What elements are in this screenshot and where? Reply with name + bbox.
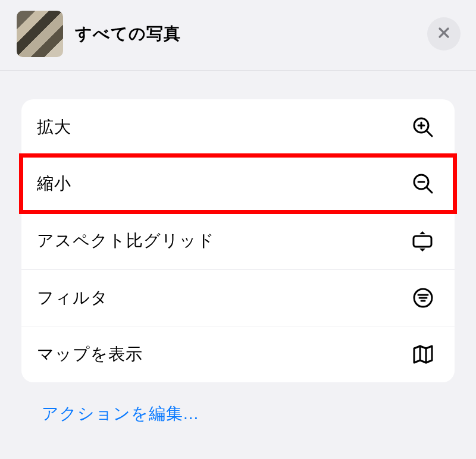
zoom-in-icon	[412, 116, 434, 139]
svg-marker-10	[419, 231, 425, 234]
menu-item-show-map[interactable]: マップを表示	[21, 326, 455, 382]
svg-line-7	[427, 187, 432, 193]
menu-item-label: アスペクト比グリッド	[37, 230, 411, 252]
menu-item-label: 拡大	[37, 116, 412, 139]
close-icon	[437, 26, 451, 42]
edit-actions-link[interactable]: アクションを編集...	[42, 403, 476, 425]
close-button[interactable]	[427, 17, 461, 51]
svg-rect-9	[414, 236, 431, 247]
page-title: すべての写真	[75, 23, 181, 45]
actions-panel: 拡大 縮小 アスペクト比グリッド	[21, 99, 455, 382]
aspect-ratio-icon	[411, 229, 434, 253]
menu-item-filter[interactable]: フィルタ	[21, 270, 455, 326]
header: すべての写真	[0, 0, 476, 71]
menu-item-label: マップを表示	[37, 343, 412, 366]
menu-item-zoom-in[interactable]: 拡大	[21, 99, 455, 156]
svg-marker-11	[419, 249, 425, 251]
map-icon	[412, 343, 434, 366]
album-thumbnail[interactable]	[17, 11, 63, 57]
menu-item-aspect-grid[interactable]: アスペクト比グリッド	[21, 212, 455, 270]
zoom-out-icon	[412, 172, 434, 195]
menu-item-label: 縮小	[37, 172, 412, 195]
svg-line-3	[427, 131, 432, 136]
menu-item-zoom-out[interactable]: 縮小	[21, 156, 455, 212]
filter-icon	[412, 287, 434, 309]
menu-item-label: フィルタ	[37, 287, 412, 309]
